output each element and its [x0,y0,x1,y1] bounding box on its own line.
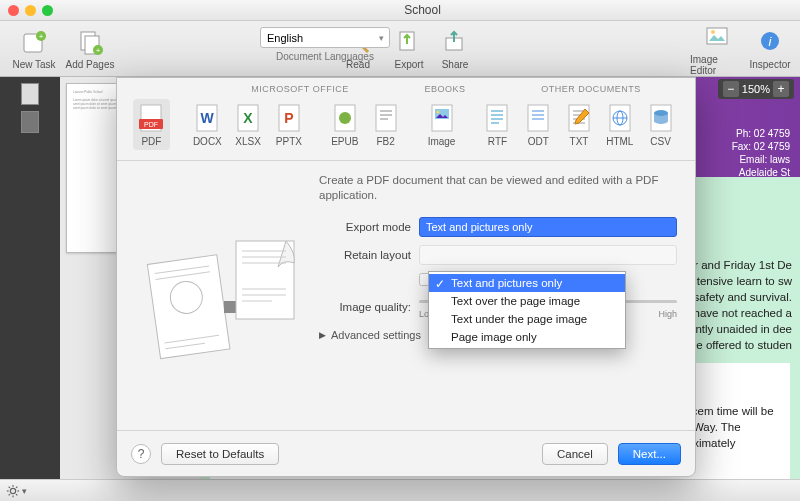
pdf-icon: PDF [136,102,166,136]
format-docx[interactable]: WDOCX [189,99,226,150]
gear-icon[interactable] [6,484,20,498]
dialog-footer: ? Reset to Defaults Cancel Next... [117,430,695,476]
format-epub[interactable]: EPUB [326,99,363,150]
zoom-window-icon[interactable] [42,5,53,16]
svg-point-26 [339,112,351,124]
status-bar: ▾ [0,479,800,501]
group-ebooks-label: EBOOKS [385,84,505,94]
export-mode-label: Export mode [319,221,419,233]
cancel-button[interactable]: Cancel [542,443,608,465]
language-group: English Document Languages [260,27,390,62]
svg-rect-27 [376,105,396,131]
retain-layout-label: Retain layout [319,249,419,261]
image-editor-button[interactable]: Image Editor [690,22,746,76]
image-quality-label: Image quality: [319,301,419,313]
format-fb2[interactable]: FB2 [367,99,404,150]
image-icon [427,102,457,136]
add-pages-button[interactable]: + Add Pages [62,27,118,70]
dropdown-item[interactable]: Text under the page image [429,310,625,328]
format-odt[interactable]: ODT [520,99,557,150]
html-icon [605,102,635,136]
svg-text:W: W [201,110,215,126]
svg-rect-12 [707,28,727,44]
txt-icon [564,102,594,136]
window-controls [8,5,53,16]
format-csv[interactable]: CSV [642,99,679,150]
export-description: Create a PDF document that can be viewed… [319,173,677,203]
svg-rect-40 [147,254,230,358]
format-txt[interactable]: TXT [561,99,598,150]
svg-text:+: + [96,46,101,55]
add-pages-label: Add Pages [66,59,115,70]
export-mode-select[interactable]: Text and pictures only [419,217,677,237]
xlsx-icon: X [233,102,263,136]
group-other-label: OTHER DOCUMENTS [505,84,677,94]
svg-point-43 [10,488,15,493]
format-rtf[interactable]: RTF [479,99,516,150]
export-mode-dropdown: Text and pictures only Text over the pag… [428,271,626,349]
zoom-out-button[interactable]: − [723,81,739,97]
share-button[interactable]: Share [432,27,478,70]
svg-text:X: X [243,110,253,126]
reset-defaults-button[interactable]: Reset to Defaults [161,443,279,465]
odt-icon [523,102,553,136]
export-preview [135,173,305,424]
format-pdf[interactable]: PDFPDF [133,99,170,150]
next-button[interactable]: Next... [618,443,681,465]
svg-rect-31 [487,105,507,131]
new-task-icon: + [19,27,49,57]
share-label: Share [442,59,469,70]
add-pages-icon: + [75,27,105,57]
page-tab[interactable] [21,83,39,105]
language-label: Document Languages [276,51,374,62]
fb2-icon [371,102,401,136]
svg-text:PDF: PDF [144,121,158,128]
window-title: School [53,3,792,17]
image-editor-label: Image Editor [690,54,746,76]
svg-text:+: + [39,32,44,41]
dropdown-item[interactable]: Text and pictures only [429,274,625,292]
svg-line-49 [16,494,17,495]
titlebar: School [0,0,800,21]
retain-layout-select[interactable] [419,245,677,265]
inspector-button[interactable]: i Inspector [746,27,794,70]
epub-icon [330,102,360,136]
format-image[interactable]: Image [423,99,460,150]
svg-line-50 [9,494,10,495]
content-area: Lawson Public SchoolLorem ipsum dolor si… [0,77,800,501]
rtf-icon [482,102,512,136]
svg-point-30 [436,111,439,114]
svg-text:P: P [284,110,293,126]
help-button[interactable]: ? [131,444,151,464]
minimize-window-icon[interactable] [25,5,36,16]
format-xlsx[interactable]: XXLSX [230,99,267,150]
language-select[interactable]: English [260,27,390,48]
dropdown-item[interactable]: Page image only [429,328,625,346]
export-label: Export [395,59,424,70]
svg-line-48 [9,486,10,487]
inspector-label: Inspector [749,59,790,70]
svg-rect-32 [528,105,548,131]
svg-line-51 [16,486,17,487]
inspector-icon: i [755,27,785,57]
format-row: PDFPDF WDOCX XXLSX PPPTX EPUB FB2 Image … [117,96,695,161]
dropdown-item[interactable]: Text over the page image [429,292,625,310]
pptx-icon: P [274,102,304,136]
format-pptx[interactable]: PPPTX [270,99,307,150]
format-html[interactable]: HTML [601,99,638,150]
page-tab[interactable] [21,111,39,133]
close-window-icon[interactable] [8,5,19,16]
disclosure-triangle-icon: ▶ [319,330,326,340]
zoom-in-button[interactable]: + [773,81,789,97]
docx-icon: W [192,102,222,136]
new-task-button[interactable]: + New Task [6,27,62,70]
share-icon [440,27,470,57]
export-button[interactable]: Export [386,27,432,70]
group-office-label: MICROSOFT OFFICE [215,84,385,94]
main-toolbar: + New Task + Add Pages English Document … [0,21,800,77]
csv-icon [646,102,676,136]
image-editor-icon [703,22,733,52]
export-icon [394,27,424,57]
page-tabs-strip [0,77,60,501]
zoom-value: 150% [742,83,770,95]
